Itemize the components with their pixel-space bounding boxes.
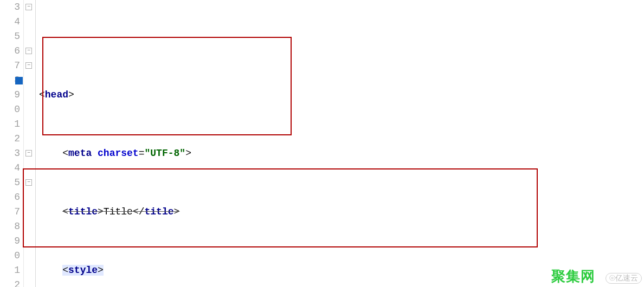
fold-marker-icon[interactable]: − [25, 179, 32, 186]
code-line[interactable]: <head> [36, 88, 644, 102]
line-number: 5 [0, 175, 20, 190]
fold-marker-icon[interactable]: − [25, 4, 32, 10]
line-number: 0 [0, 249, 20, 263]
line-number-gutter: 3 4 5 6 7 8 9 0 1 2 3 4 5 6 7 8 9 0 1 2 [0, 0, 24, 287]
fold-marker-icon[interactable]: − [25, 48, 32, 54]
line-number: 4 [0, 161, 20, 175]
line-number: 2 [0, 132, 20, 146]
watermark-badge: ⦾亿速云 [606, 273, 642, 284]
line-number: 7 [0, 58, 20, 73]
line-number: 7 [0, 205, 20, 219]
fold-column: − − − − − [24, 0, 36, 287]
line-number: 8 [0, 219, 20, 234]
line-number: 1 [0, 263, 20, 278]
line-number: 9 [0, 88, 20, 102]
line-number: 1 [0, 117, 20, 132]
code-line[interactable]: <meta charset="UTF-8"> [36, 146, 644, 161]
annotation-box [42, 37, 292, 135]
line-number: 0 [0, 102, 20, 117]
fold-marker-icon[interactable]: − [25, 62, 32, 69]
code-line[interactable]: <title>Title</title> [36, 205, 644, 219]
watermark-text: 聚集网 [551, 267, 595, 286]
fold-marker-icon[interactable]: − [25, 150, 32, 156]
cloud-icon: ⦾ [609, 273, 615, 282]
line-number: 3 [0, 146, 20, 161]
line-number: 6 [0, 190, 20, 205]
line-number: 4 [0, 15, 20, 29]
line-number: 6 [0, 44, 20, 58]
breakpoint-icon[interactable] [15, 77, 23, 84]
code-area[interactable]: <head> <meta charset="UTF-8"> <title>Tit… [36, 0, 644, 287]
line-number: 5 [0, 29, 20, 44]
line-number: 9 [0, 234, 20, 249]
code-editor: 3 4 5 6 7 8 9 0 1 2 3 4 5 6 7 8 9 0 1 2 … [0, 0, 644, 287]
line-number: 2 [0, 278, 20, 287]
line-number: 3 [0, 0, 20, 15]
